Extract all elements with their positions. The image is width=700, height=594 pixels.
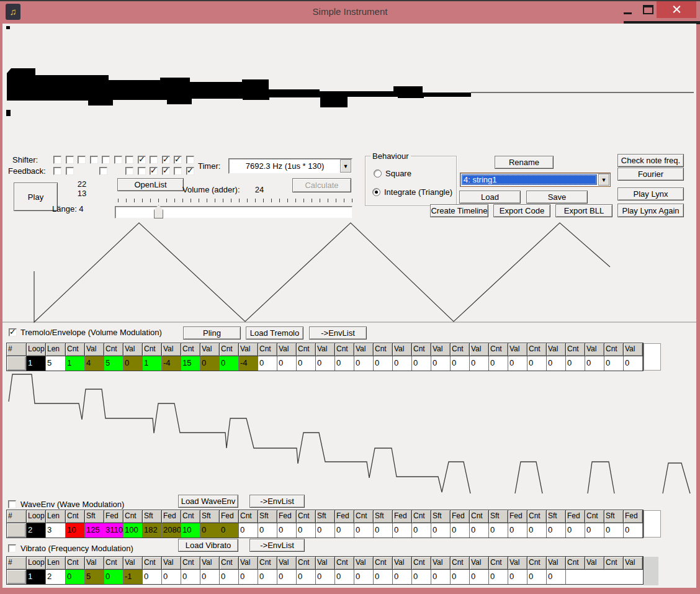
save-button[interactable]: Save <box>526 191 588 204</box>
close-button[interactable] <box>657 1 696 18</box>
vibrato-envlist-button[interactable]: ->EnvList <box>249 539 305 552</box>
value-cell[interactable]: 0 <box>316 356 335 371</box>
value-cell[interactable]: 0 <box>431 356 451 371</box>
calculate-button[interactable]: Calculate <box>292 178 351 192</box>
value-cell[interactable]: 0 <box>489 570 508 584</box>
value-cell[interactable]: 0 <box>297 356 316 371</box>
value-cell[interactable]: 0 <box>277 570 297 584</box>
value-cell[interactable]: 0 <box>527 570 547 584</box>
value-cell[interactable]: 0 <box>258 523 277 538</box>
load-button[interactable]: Load <box>459 191 521 204</box>
feedback-bit-7[interactable] <box>174 167 182 175</box>
maximize-icon[interactable] <box>643 5 653 14</box>
integrate-radio[interactable] <box>372 188 380 196</box>
minimize-icon[interactable] <box>624 12 632 14</box>
feedback-bit-1[interactable] <box>66 167 74 175</box>
value-cell[interactable]: 0 <box>258 570 277 584</box>
feedback-bit-8[interactable] <box>186 167 194 175</box>
value-cell[interactable]: 0 <box>316 523 335 538</box>
value-cell[interactable]: 0 <box>431 523 451 538</box>
value-cell[interactable]: 0 <box>162 570 181 584</box>
value-cell[interactable]: 0 <box>239 523 258 538</box>
tremolo-envlist-button[interactable]: ->EnvList <box>309 326 367 340</box>
value-cell[interactable]: 0 <box>604 523 624 538</box>
value-cell[interactable]: -4 <box>239 356 258 371</box>
value-cell[interactable]: 0 <box>200 523 220 538</box>
value-cell[interactable]: 1 <box>143 356 162 371</box>
value-cell[interactable]: 0 <box>354 523 374 538</box>
value-cell[interactable]: 0 <box>604 356 624 371</box>
load-vibrato-button[interactable]: Load Vibrato <box>178 539 238 552</box>
value-cell[interactable]: 0 <box>508 523 527 538</box>
shifter-bit-11[interactable] <box>186 156 194 164</box>
value-cell[interactable]: 0 <box>66 570 85 584</box>
value-cell[interactable]: 0 <box>335 523 354 538</box>
len-cell[interactable]: 3 <box>46 523 66 538</box>
shifter-bit-9[interactable] <box>162 156 170 164</box>
shifter-bit-8[interactable] <box>150 156 158 164</box>
value-cell[interactable]: 4 <box>85 356 104 371</box>
shifter-bit-2[interactable] <box>78 156 86 164</box>
value-cell[interactable]: 0 <box>470 523 489 538</box>
value-cell[interactable]: 0 <box>374 570 393 584</box>
value-cell[interactable]: 0 <box>412 570 431 584</box>
value-cell[interactable]: -1 <box>123 570 143 584</box>
value-cell[interactable]: 0 <box>489 523 508 538</box>
value-cell[interactable]: 0 <box>374 523 393 538</box>
value-cell[interactable]: 0 <box>123 356 143 371</box>
value-cell[interactable]: 0 <box>335 570 354 584</box>
value-cell[interactable]: 0 <box>181 570 200 584</box>
waveenv-checkbox[interactable] <box>8 500 16 508</box>
value-cell[interactable]: 5 <box>85 570 104 584</box>
feedback-bit-3[interactable] <box>125 167 133 175</box>
shifter-bit-6[interactable] <box>125 156 133 164</box>
value-cell[interactable]: 0 <box>451 570 470 584</box>
value-cell[interactable]: 182 <box>143 523 162 538</box>
title-bar[interactable]: ♫ Simple Instrument <box>0 1 700 24</box>
load-waveenv-button[interactable]: Load WaveEnv <box>178 495 238 508</box>
shifter-bit-10[interactable] <box>174 156 182 164</box>
volume-slider-track[interactable] <box>115 206 352 218</box>
fourier-button[interactable]: Fourier <box>617 168 684 181</box>
value-cell[interactable]: 0 <box>277 356 297 371</box>
tremolo-checkbox[interactable] <box>9 328 17 336</box>
value-cell[interactable]: 0 <box>200 570 220 584</box>
value-cell[interactable]: 0 <box>220 570 239 584</box>
value-cell[interactable]: 0 <box>220 523 239 538</box>
value-cell[interactable]: 0 <box>297 570 316 584</box>
value-cell[interactable]: 0 <box>277 523 297 538</box>
value-cell[interactable]: 0 <box>470 356 489 371</box>
value-cell[interactable]: 0 <box>547 523 566 538</box>
shifter-bit-5[interactable] <box>114 156 122 164</box>
chevron-down-icon[interactable]: ▼ <box>340 160 351 173</box>
value-cell[interactable]: 0 <box>412 523 431 538</box>
value-cell[interactable]: 0 <box>624 356 643 371</box>
value-cell[interactable]: 0 <box>412 356 431 371</box>
load-tremolo-button[interactable]: Load Tremolo <box>246 326 303 340</box>
value-cell[interactable]: 1 <box>66 356 85 371</box>
shifter-bit-7[interactable] <box>138 156 146 164</box>
value-cell[interactable]: 2080 <box>162 523 181 538</box>
value-cell[interactable]: 0 <box>451 523 470 538</box>
value-cell[interactable]: 0 <box>508 570 527 584</box>
value-cell[interactable]: 0 <box>143 570 162 584</box>
row-select-button[interactable] <box>7 356 27 371</box>
loop-cell[interactable]: 1 <box>27 570 46 584</box>
value-cell[interactable]: 0 <box>585 356 604 371</box>
value-cell[interactable]: 0 <box>258 356 277 371</box>
value-cell[interactable]: 0 <box>316 570 335 584</box>
rename-button[interactable]: Rename <box>495 156 554 169</box>
shifter-bit-1[interactable] <box>66 156 74 164</box>
value-cell[interactable]: 0 <box>527 523 547 538</box>
export-code-button[interactable]: Export Code <box>493 204 550 217</box>
value-cell[interactable]: 15 <box>181 356 200 371</box>
value-cell[interactable]: 0 <box>547 570 566 584</box>
value-cell[interactable]: 100 <box>123 523 143 538</box>
value-cell[interactable]: -4 <box>162 356 181 371</box>
loop-cell[interactable]: 2 <box>27 523 46 538</box>
value-cell[interactable]: 0 <box>527 356 547 371</box>
pling-button[interactable]: Pling <box>183 326 241 340</box>
value-cell[interactable]: 0 <box>239 570 258 584</box>
value-cell[interactable]: 0 <box>354 356 374 371</box>
chevron-down-icon[interactable]: ▼ <box>598 174 609 186</box>
